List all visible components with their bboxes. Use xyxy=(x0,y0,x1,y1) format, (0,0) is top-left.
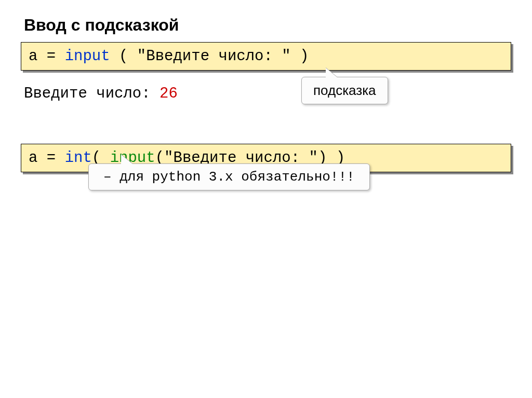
callout-tail-icon xyxy=(121,155,132,164)
hint-text: подсказка xyxy=(313,83,376,98)
hint-text-2: – для python 3.x обязательно!!! xyxy=(103,169,355,185)
hint-callout-1: подсказка xyxy=(301,77,388,104)
code-example-1: a = input ( "Введите число: " ) xyxy=(21,42,511,71)
code-keyword-input: input xyxy=(65,48,110,65)
code-text-var: a = xyxy=(29,48,65,65)
page-title: Ввод с подсказкой xyxy=(21,16,511,35)
code-text-args: ( "Введите число: " ) xyxy=(110,48,309,65)
code-keyword-int: int xyxy=(65,149,92,167)
callout-tail-icon xyxy=(326,68,337,77)
output-value: 26 xyxy=(159,85,178,102)
output-label: Введите число: xyxy=(24,85,159,102)
code-text-var2: a = xyxy=(29,149,65,167)
hint-callout-2: – для python 3.x обязательно!!! xyxy=(88,163,370,190)
output-line: Введите число: 26 xyxy=(21,85,511,102)
